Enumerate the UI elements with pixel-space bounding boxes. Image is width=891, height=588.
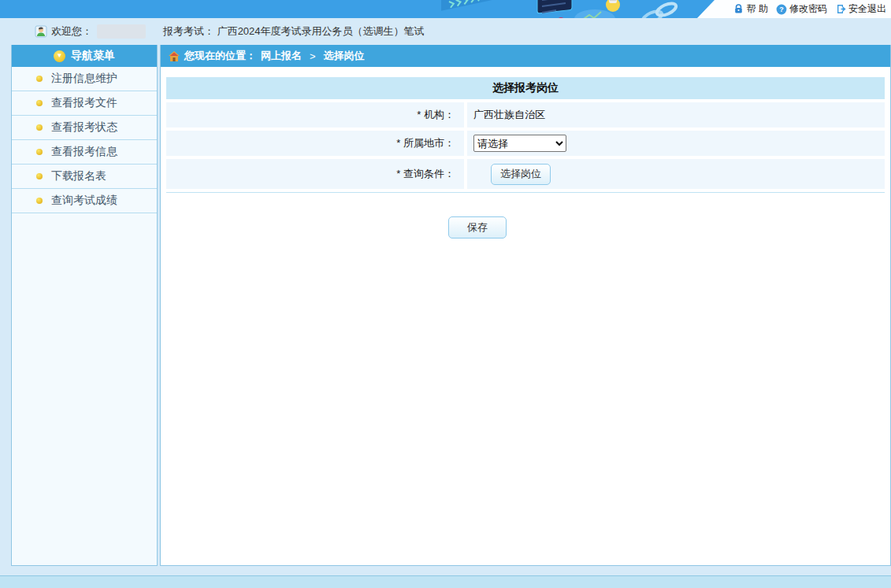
job-select-form: 选择报考岗位 * 机构： 广西壮族自治区 * 所属地市： 请选择 * 查询条件：…: [166, 77, 885, 193]
organization-label: * 机构：: [166, 102, 464, 128]
breadcrumb-section[interactable]: 网上报名: [261, 49, 302, 63]
form-row-organization: * 机构： 广西壮族自治区: [166, 102, 885, 128]
sidebar-item-download-form[interactable]: 下载报名表: [12, 165, 157, 189]
navigation-sidebar: ▼ 导航菜单 注册信息维护 查看报考文件 查看报考状态 查看报考信息 下载报名表…: [11, 45, 158, 566]
exam-info: 报考考试： 广西2024年度考试录用公务员（选调生）笔试: [163, 24, 425, 39]
sidebar-item-label: 下载报名表: [51, 169, 106, 183]
sidebar-item-view-exam-info[interactable]: 查看报考信息: [12, 140, 157, 165]
form-row-city: * 所属地市： 请选择: [166, 131, 885, 156]
sidebar-item-label: 查询考试成绩: [51, 194, 117, 208]
lock-icon: [733, 4, 744, 15]
breadcrumb-prefix: 您现在的位置：: [184, 49, 256, 63]
welcome-bar: 欢迎您： 报考考试： 广西2024年度考试录用公务员（选调生）笔试: [0, 18, 891, 45]
sidebar-item-register-info[interactable]: 注册信息维护: [12, 67, 157, 91]
organization-value: 广西壮族自治区: [467, 102, 885, 128]
bullet-icon: [36, 76, 43, 82]
exit-icon: [835, 4, 846, 15]
breadcrumb-separator: >: [310, 50, 316, 62]
help-link[interactable]: 帮 助: [733, 2, 768, 16]
content-panel: 您现在的位置： 网上报名 > 选择岗位 选择报考岗位 * 机构： 广西壮族自治区…: [160, 45, 891, 566]
greeting-label: 欢迎您：: [51, 24, 92, 39]
logout-label: 安全退出: [848, 2, 886, 16]
form-title: 选择报考岗位: [166, 77, 885, 99]
question-icon: ?: [776, 4, 787, 15]
sidebar-item-label: 查看报考状态: [51, 120, 117, 135]
home-icon: [169, 51, 180, 61]
city-select[interactable]: 请选择: [473, 135, 566, 152]
sidebar-item-view-exam-files[interactable]: 查看报考文件: [12, 91, 157, 116]
query-label: * 查询条件：: [166, 159, 464, 189]
exam-prefix: 报考考试：: [163, 25, 214, 37]
save-row: 保存: [161, 216, 890, 239]
top-banner: 帮 助 ? 修改密码 安全退出: [0, 0, 891, 18]
change-password-link[interactable]: ? 修改密码: [776, 2, 827, 16]
sidebar-item-query-scores[interactable]: 查询考试成绩: [12, 189, 157, 213]
bullet-icon: [36, 100, 43, 106]
exam-name: 广西2024年度考试录用公务员（选调生）笔试: [217, 25, 425, 37]
select-position-button[interactable]: 选择岗位: [491, 164, 551, 185]
breadcrumb-current: 选择岗位: [324, 49, 365, 63]
change-password-label: 修改密码: [789, 2, 827, 16]
redacted-username: [97, 24, 146, 39]
banner-illustration: [425, 0, 725, 18]
bullet-icon: [36, 124, 43, 131]
topbar-links: 帮 助 ? 修改密码 安全退出: [697, 0, 891, 18]
main-area: ▼ 导航菜单 注册信息维护 查看报考文件 查看报考状态 查看报考信息 下载报名表…: [0, 45, 891, 566]
sidebar-item-label: 注册信息维护: [51, 72, 117, 86]
page-footer: [0, 575, 891, 588]
bottom-gap: [0, 566, 891, 575]
bullet-icon: [36, 173, 43, 179]
sidebar-item-label: 查看报考文件: [51, 96, 117, 110]
sidebar-item-view-exam-status[interactable]: 查看报考状态: [12, 116, 157, 140]
logout-link[interactable]: 安全退出: [835, 2, 886, 16]
svg-text:?: ?: [779, 6, 784, 13]
sidebar-header: ▼ 导航菜单: [12, 45, 157, 67]
user-avatar-icon: [35, 25, 47, 38]
sidebar-title: 导航菜单: [71, 49, 115, 63]
help-label: 帮 助: [747, 2, 768, 16]
sidebar-item-label: 查看报考信息: [51, 145, 117, 159]
breadcrumb: 您现在的位置： 网上报名 > 选择岗位: [161, 45, 890, 67]
form-row-query: * 查询条件： 选择岗位: [166, 159, 885, 189]
city-label: * 所属地市：: [166, 131, 464, 156]
save-button[interactable]: 保存: [448, 216, 507, 239]
chevron-down-icon: ▼: [54, 50, 65, 62]
bullet-icon: [36, 149, 43, 155]
bullet-icon: [36, 198, 43, 204]
